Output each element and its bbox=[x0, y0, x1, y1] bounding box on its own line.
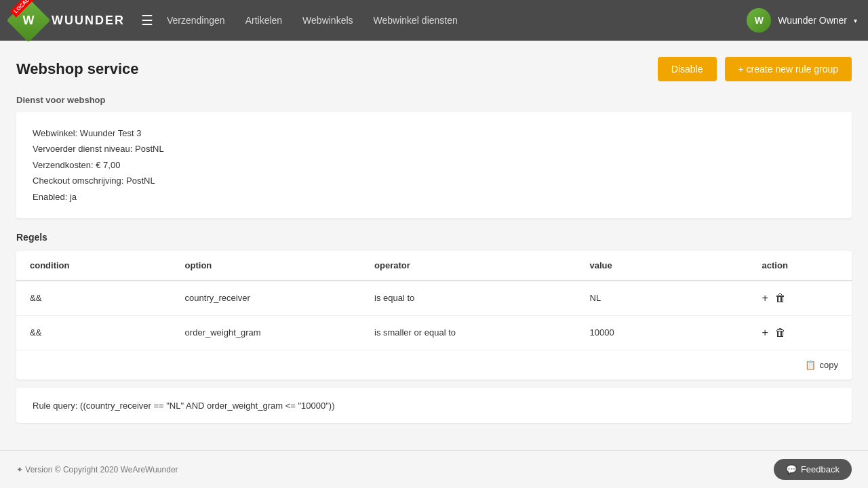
row0-action-icons: + 🗑 bbox=[762, 292, 838, 304]
rules-card: condition option operator value action &… bbox=[16, 251, 852, 380]
row0-operator: is equal to bbox=[361, 281, 576, 316]
service-detail-0: Webwinkel: Wuunder Test 3 bbox=[33, 125, 835, 141]
row0-action: + 🗑 bbox=[749, 281, 852, 316]
create-rule-group-button[interactable]: + create new rule group bbox=[725, 57, 852, 81]
avatar: W bbox=[747, 8, 771, 33]
row0-delete-button[interactable]: 🗑 bbox=[775, 292, 786, 304]
logo-badge: W LOCAL bbox=[11, 3, 46, 38]
row0-condition: && bbox=[16, 281, 172, 316]
row0-add-button[interactable]: + bbox=[762, 292, 768, 304]
header-option: option bbox=[172, 251, 361, 281]
feedback-button[interactable]: 💬 Feedback bbox=[774, 459, 852, 480]
row0-value: NL bbox=[576, 281, 749, 316]
query-card: Rule query: ((country_receiver == "NL" A… bbox=[16, 388, 852, 423]
nav-link-webwinkels[interactable]: Webwinkels bbox=[302, 15, 353, 26]
table-row: && order_weight_gram is smaller or equal… bbox=[16, 315, 852, 350]
logo-w-letter: W bbox=[23, 14, 35, 28]
header-action: action bbox=[749, 251, 852, 281]
rules-table: condition option operator value action &… bbox=[16, 251, 852, 380]
rules-section: Regels condition option operator value a… bbox=[16, 232, 852, 423]
copy-button[interactable]: 📋 copy bbox=[805, 360, 838, 370]
brand-name: WUUNDER bbox=[52, 14, 125, 28]
copy-cell: 📋 copy bbox=[16, 350, 852, 380]
version-icon: ✦ bbox=[16, 465, 23, 474]
row1-condition: && bbox=[16, 315, 172, 350]
username: Wuunder Owner bbox=[778, 15, 847, 26]
copyright-text: Copyright 2020 WeAreWuunder bbox=[63, 465, 178, 474]
hamburger-icon[interactable]: ☰ bbox=[141, 12, 153, 28]
row1-action: + 🗑 bbox=[749, 315, 852, 350]
service-section-label: Dienst voor webshop bbox=[16, 95, 852, 105]
main-nav: W LOCAL WUUNDER ☰ Verzendingen Artikelen… bbox=[0, 0, 868, 41]
header-value: value bbox=[576, 251, 749, 281]
row1-add-button[interactable]: + bbox=[762, 327, 768, 339]
rules-section-label: Regels bbox=[16, 232, 852, 243]
row1-action-icons: + 🗑 bbox=[762, 327, 838, 339]
service-detail-2: Verzendkosten: € 7,00 bbox=[33, 157, 835, 173]
row1-option: order_weight_gram bbox=[172, 315, 361, 350]
copyright-icon: © bbox=[55, 465, 63, 474]
row1-delete-button[interactable]: 🗑 bbox=[775, 327, 786, 339]
page-footer: ✦ Version © Copyright 2020 WeAreWuunder … bbox=[0, 450, 868, 488]
page-content: Webshop service Disable + create new rul… bbox=[0, 41, 868, 439]
nav-link-verzendingen[interactable]: Verzendingen bbox=[167, 15, 225, 26]
header-buttons: Disable + create new rule group bbox=[658, 57, 852, 81]
disable-button[interactable]: Disable bbox=[658, 57, 717, 81]
row1-value: 10000 bbox=[576, 315, 749, 350]
table-row: && country_receiver is equal to NL + 🗑 bbox=[16, 281, 852, 316]
service-detail-4: Enabled: ja bbox=[33, 189, 835, 205]
version-label: Version bbox=[25, 465, 52, 474]
copy-label: copy bbox=[820, 360, 838, 370]
logo-area[interactable]: W LOCAL WUUNDER bbox=[11, 3, 125, 38]
feedback-label: Feedback bbox=[801, 464, 840, 474]
footer-version: ✦ Version © Copyright 2020 WeAreWuunder bbox=[16, 465, 178, 474]
nav-link-webwinkel-diensten[interactable]: Webwinkel diensten bbox=[374, 15, 458, 26]
nav-link-artikelen[interactable]: Artikelen bbox=[245, 15, 282, 26]
page-title: Webshop service bbox=[16, 60, 139, 78]
feedback-icon: 💬 bbox=[786, 464, 797, 474]
copy-row: 📋 copy bbox=[16, 350, 852, 380]
query-text: Rule query: ((country_receiver == "NL" A… bbox=[33, 401, 335, 411]
nav-links: Verzendingen Artikelen Webwinkels Webwin… bbox=[167, 15, 747, 26]
table-header-row: condition option operator value action bbox=[16, 251, 852, 281]
row0-option: country_receiver bbox=[172, 281, 361, 316]
header-condition: condition bbox=[16, 251, 172, 281]
user-menu[interactable]: W Wuunder Owner ▾ bbox=[747, 8, 857, 33]
row1-operator: is smaller or equal to bbox=[361, 315, 576, 350]
service-detail-3: Checkout omschrijving: PostNL bbox=[33, 173, 835, 188]
chevron-down-icon: ▾ bbox=[854, 17, 857, 24]
copy-icon: 📋 bbox=[805, 360, 816, 370]
service-detail-1: Vervoerder dienst niveau: PostNL bbox=[33, 141, 835, 157]
header-operator: operator bbox=[361, 251, 576, 281]
service-info-card: Webwinkel: Wuunder Test 3 Vervoerder die… bbox=[16, 112, 852, 218]
page-header: Webshop service Disable + create new rul… bbox=[16, 57, 852, 81]
